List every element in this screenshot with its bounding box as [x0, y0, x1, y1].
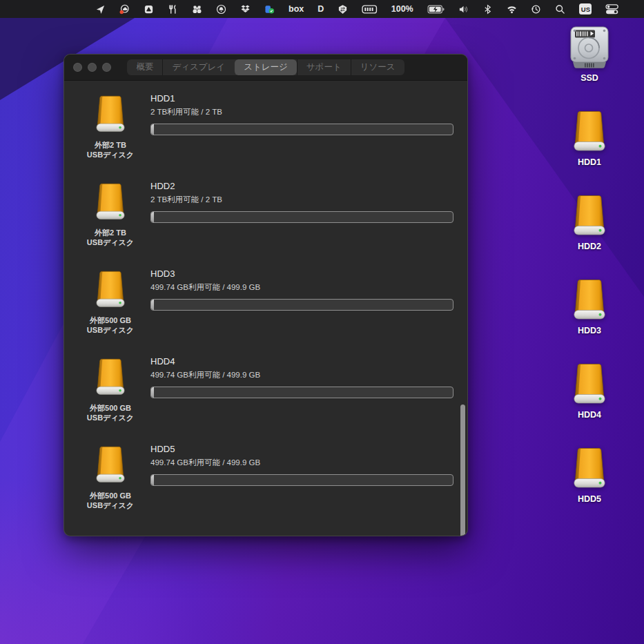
scrollbar-thumb[interactable] [460, 404, 465, 536]
circle-bell-icon[interactable] [216, 2, 226, 16]
drive-side-label: 外部500 GB USBディスク [87, 491, 134, 510]
drive-kind-label: 外部500 GB [87, 403, 134, 413]
storage-list: 外部2 TB USBディスク HDD1 2 TB利用可能 / 2 TB 外部2 … [64, 81, 467, 536]
drive-usage-text: 2 TB利用可能 / 2 TB [150, 107, 453, 117]
drive-usage-fill [151, 300, 154, 310]
external-drive-icon [90, 358, 130, 398]
drive-kind-label: 外部500 GB [87, 315, 134, 325]
drive-usage-text: 499.74 GB利用可能 / 499.9 GB [150, 370, 453, 380]
tab-overview[interactable]: 概要 [127, 59, 162, 75]
drive-kind-label: 外部2 TB [87, 228, 134, 237]
drive-side-label: 外部2 TB USBディスク [87, 140, 134, 159]
minimize-button[interactable] [88, 63, 97, 72]
desktop-icon-hdd4[interactable]: HDD4 [567, 362, 612, 420]
hdd-drive-icon [567, 362, 612, 407]
external-drive-icon [90, 445, 130, 485]
external-drive-icon [90, 270, 130, 310]
desktop-icon-label: HDD2 [578, 242, 601, 251]
drive-usage-bar [150, 387, 453, 398]
drive-usage-fill [151, 124, 154, 135]
drive-usage-fill [151, 212, 154, 222]
drive-usage-text: 499.74 GB利用可能 / 499.9 GB [150, 458, 453, 467]
drive-info: HDD3 499.74 GB利用可能 / 499.9 GB [150, 269, 453, 335]
creative-cloud-icon[interactable] [119, 2, 130, 16]
drive-bus-label: USBディスク [87, 237, 134, 247]
utensils-icon[interactable] [168, 2, 178, 16]
location-icon[interactable] [95, 2, 106, 16]
hdd-drive-icon [567, 446, 612, 491]
control-center-icon[interactable] [605, 2, 618, 16]
desktop-icon-hdd2[interactable]: HDD2 [567, 193, 612, 251]
drive-usage-text: 2 TB利用可能 / 2 TB [150, 195, 453, 204]
time-machine-icon[interactable] [531, 2, 541, 16]
external-drive-icon [90, 182, 130, 222]
binoculars-icon[interactable] [192, 2, 202, 16]
hdd-drive-icon [567, 277, 612, 323]
volume-icon[interactable] [458, 2, 469, 16]
tab-bar: 概要ディスプレイストレージサポートリソース [127, 59, 404, 75]
drive-info: HDD5 499.74 GB利用可能 / 499.9 GB [150, 444, 453, 510]
hdd-drive-icon [567, 193, 612, 239]
zoom-button[interactable] [102, 63, 111, 72]
drive-side-label: 外部500 GB USBディスク [87, 315, 134, 335]
drive-row: 外部500 GB USBディスク HDD4 499.74 GB利用可能 / 49… [79, 356, 453, 422]
desktop-icon-column: SSD HDD1 HDD2 HDD3 HDD4 HDD5 [556, 25, 623, 530]
drive-kind-label: 外部500 GB [87, 491, 134, 500]
system-info-window: 概要ディスプレイストレージサポートリソース 外部2 TB USBディスク HDD… [64, 54, 468, 536]
drive-icon-column: 外部500 GB USBディスク [79, 356, 142, 422]
drive-name: HDD2 [150, 181, 453, 192]
box-wordmark[interactable]: box [289, 2, 304, 16]
drive-icon-column: 外部500 GB USBディスク [79, 444, 142, 510]
drive-bus-label: USBディスク [87, 500, 134, 510]
deepl-icon[interactable]: D [318, 2, 324, 16]
bluetooth-icon[interactable] [482, 2, 493, 16]
drive-row: 外部2 TB USBディスク HDD1 2 TB利用可能 / 2 TB [79, 93, 453, 159]
drive-bus-label: USBディスク [87, 150, 134, 159]
drive-name: HDD5 [150, 444, 453, 455]
desktop-icon-label: HDD3 [578, 326, 601, 335]
keyboard-battery-icon[interactable] [362, 2, 378, 16]
traffic-lights [73, 55, 111, 80]
drive-icon-column: 外部2 TB USBディスク [79, 181, 142, 247]
spotlight-icon[interactable] [555, 2, 565, 16]
desktop-icon-label: HDD5 [578, 494, 601, 504]
tab-resources[interactable]: リソース [351, 59, 404, 75]
desktop-icon-hdd3[interactable]: HDD3 [567, 277, 612, 335]
drive-usage-fill [151, 387, 154, 398]
drive-name: HDD4 [150, 356, 453, 367]
external-drive-icon [90, 95, 130, 135]
wifi-icon[interactable] [507, 2, 517, 16]
drive-info: HDD1 2 TB利用可能 / 2 TB [150, 93, 453, 159]
drive-row: 外部500 GB USBディスク HDD5 499.74 GB利用可能 / 49… [79, 444, 453, 510]
dual-badge-icon[interactable] [264, 2, 275, 16]
ssd-drive-icon [567, 25, 612, 70]
window-titlebar[interactable]: 概要ディスプレイストレージサポートリソース [64, 55, 467, 81]
dropbox-icon[interactable] [240, 2, 251, 16]
tab-displays[interactable]: ディスプレイ [162, 59, 234, 75]
desktop-icon-ssd[interactable]: SSD [567, 25, 612, 83]
tab-storage[interactable]: ストレージ [234, 59, 297, 75]
drive-icon-column: 外部2 TB USBディスク [79, 93, 142, 159]
close-button[interactable] [73, 63, 82, 72]
hdd-drive-icon [567, 109, 612, 155]
tab-support[interactable]: サポート [297, 59, 351, 75]
drive-bus-label: USBディスク [87, 413, 134, 422]
drive-info: HDD2 2 TB利用可能 / 2 TB [150, 181, 453, 247]
desktop-icon-hdd1[interactable]: HDD1 [567, 109, 612, 167]
drive-name: HDD3 [150, 269, 453, 280]
drive-info: HDD4 499.74 GB利用可能 / 499.9 GB [150, 356, 453, 422]
drive-bus-label: USBディスク [87, 325, 134, 335]
drive-side-label: 外部500 GB USBディスク [87, 403, 134, 422]
desktop-icon-hdd5[interactable]: HDD5 [567, 446, 612, 504]
translate-icon[interactable] [338, 2, 348, 16]
battery-percent-label[interactable]: 100% [391, 2, 413, 16]
drive-icon-column: 外部500 GB USBディスク [79, 269, 142, 335]
triangle-app-icon[interactable] [144, 2, 154, 16]
drive-usage-text: 499.74 GB利用可能 / 499.9 GB [150, 282, 453, 292]
battery-charging-icon[interactable] [427, 2, 445, 16]
desktop-icon-label: SSD [580, 73, 598, 83]
menu-bar: boxD100%US [0, 0, 644, 18]
drive-kind-label: 外部2 TB [87, 140, 134, 150]
drive-usage-bar [150, 299, 453, 311]
input-source-badge[interactable]: US [579, 3, 592, 14]
